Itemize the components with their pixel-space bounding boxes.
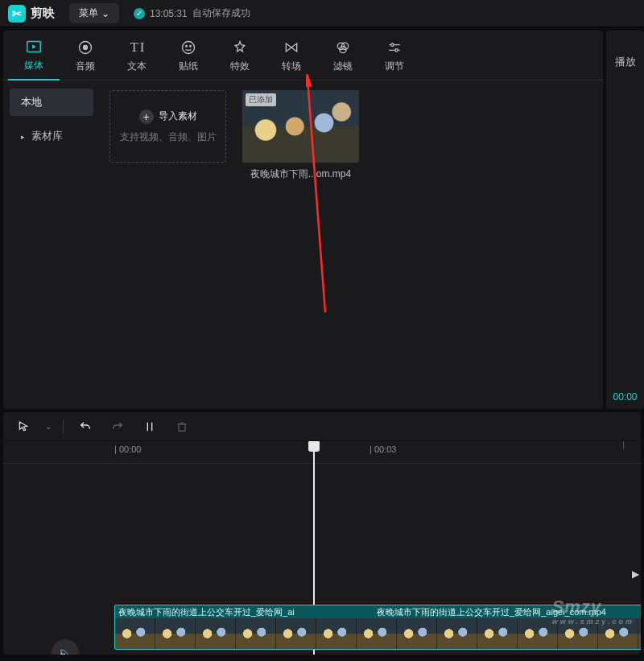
chevron-down-icon: ⌄ xyxy=(45,422,52,431)
media-body: 本地 ▸ 素材库 + 导入素材 支持视频、音频、图片 已添加 xyxy=(3,81,603,409)
tab-transitions[interactable]: 转场 xyxy=(266,31,317,81)
preview-timecode: 00:00 xyxy=(613,391,637,403)
track-mute-button[interactable]: 🔈 xyxy=(52,639,79,655)
check-icon: ✓ xyxy=(134,8,145,19)
clip-filename: 夜晚城市下雨...om.mp4 xyxy=(242,167,359,181)
audio-icon xyxy=(77,39,93,56)
tab-audio[interactable]: 音频 xyxy=(60,31,111,81)
filter-icon xyxy=(335,39,351,56)
sidebar-item-library[interactable]: ▸ 素材库 xyxy=(10,122,93,150)
sidebar-item-local[interactable]: 本地 xyxy=(10,89,93,116)
ruler-mark xyxy=(623,441,624,449)
svg-point-9 xyxy=(391,43,394,46)
toolbar-separator xyxy=(63,419,64,434)
tab-sticker[interactable]: 贴纸 xyxy=(163,31,214,81)
transitions-icon xyxy=(283,39,299,56)
tab-filter[interactable]: 滤镜 xyxy=(317,31,369,81)
watermark: Smzy www.smzy.com xyxy=(552,597,634,626)
timeline-toolbar: ⌄ xyxy=(3,412,641,441)
scroll-right-icon[interactable]: ▶ xyxy=(632,568,639,580)
timeline[interactable]: | 00:00 | 00:03 🔈 夜晚城市下雨的街道上公交车开过_爱给网_ai… xyxy=(3,441,641,655)
autosave-status: ✓ 13:05:31 自动保存成功 xyxy=(134,6,250,20)
redo-button[interactable] xyxy=(107,416,128,437)
tab-adjust[interactable]: 调节 xyxy=(369,31,420,81)
svg-point-3 xyxy=(183,41,195,53)
ruler-tick: | 00:03 xyxy=(369,444,396,454)
svg-point-10 xyxy=(395,48,398,51)
svg-rect-12 xyxy=(179,423,185,431)
app-logo: ✂ 剪映 xyxy=(8,5,55,23)
svg-point-5 xyxy=(190,45,192,47)
main-row: 媒体 音频 T I 文本 贴纸 特 xyxy=(0,27,644,412)
preview-panel: 播放 00:00 xyxy=(606,31,644,409)
svg-point-4 xyxy=(186,45,188,47)
tab-label: 媒体 xyxy=(24,59,43,72)
sidebar-item-label: 素材库 xyxy=(31,130,63,142)
tab-media[interactable]: 媒体 xyxy=(8,31,60,81)
tab-label: 特效 xyxy=(230,60,250,73)
import-media-button[interactable]: + 导入素材 支持视频、音频、图片 xyxy=(109,90,226,163)
chevron-down-icon: ⌄ xyxy=(101,8,109,19)
clip-thumbnail[interactable]: 已添加 xyxy=(242,90,359,163)
media-clip[interactable]: 已添加 夜晚城市下雨...om.mp4 xyxy=(242,90,359,181)
title-bar: ✂ 剪映 菜单 ⌄ ✓ 13:05:31 自动保存成功 xyxy=(0,0,644,27)
tab-text[interactable]: T I 文本 xyxy=(111,31,163,81)
import-hint: 支持视频、音频、图片 xyxy=(120,130,217,144)
media-grid: + 导入素材 支持视频、音频、图片 已添加 夜晚城市下雨...om.mp4 xyxy=(100,81,603,409)
import-label: 导入素材 xyxy=(159,109,197,123)
media-tabs: 媒体 音频 T I 文本 贴纸 特 xyxy=(3,31,603,81)
save-text: 自动保存成功 xyxy=(192,6,250,20)
app-name: 剪映 xyxy=(31,6,55,21)
effects-icon xyxy=(232,39,248,56)
adjust-icon xyxy=(386,39,402,56)
timeline-ruler[interactable]: | 00:00 | 00:03 xyxy=(3,441,641,464)
preview-play-label: 播放 xyxy=(615,55,636,69)
tab-label: 文本 xyxy=(127,60,147,73)
save-time: 13:05:31 xyxy=(150,8,188,19)
delete-button[interactable] xyxy=(171,416,192,437)
tab-label: 贴纸 xyxy=(179,60,198,73)
tab-label: 转场 xyxy=(282,60,301,73)
undo-button[interactable] xyxy=(75,416,96,437)
menu-button[interactable]: 菜单 ⌄ xyxy=(69,3,119,23)
split-button[interactable] xyxy=(139,416,160,437)
cursor-tool[interactable] xyxy=(13,416,34,437)
side-nav: 本地 ▸ 素材库 xyxy=(3,81,100,409)
svg-point-2 xyxy=(84,45,88,49)
added-badge: 已添加 xyxy=(246,93,276,106)
text-icon: T I xyxy=(130,39,144,56)
media-icon xyxy=(25,38,43,56)
track-area[interactable]: 🔈 夜晚城市下雨的街道上公交车开过_爱给网_ai 夜晚城市下雨的街道上公交车开过… xyxy=(3,464,641,655)
media-panel: 媒体 音频 T I 文本 贴纸 特 xyxy=(3,31,603,409)
sticker-icon xyxy=(180,39,196,56)
plus-icon: + xyxy=(139,109,154,124)
chevron-right-icon: ▸ xyxy=(21,133,25,141)
ruler-tick: | 00:00 xyxy=(114,444,141,454)
logo-icon: ✂ xyxy=(8,5,26,23)
import-title: + 导入素材 xyxy=(139,109,197,124)
tab-label: 音频 xyxy=(76,60,95,73)
speaker-icon: 🔈 xyxy=(57,646,73,655)
menu-label: 菜单 xyxy=(79,6,98,20)
tab-label: 滤镜 xyxy=(333,60,353,73)
tab-label: 调节 xyxy=(385,60,404,73)
sidebar-item-label: 本地 xyxy=(21,96,42,108)
tab-effects[interactable]: 特效 xyxy=(214,31,266,81)
